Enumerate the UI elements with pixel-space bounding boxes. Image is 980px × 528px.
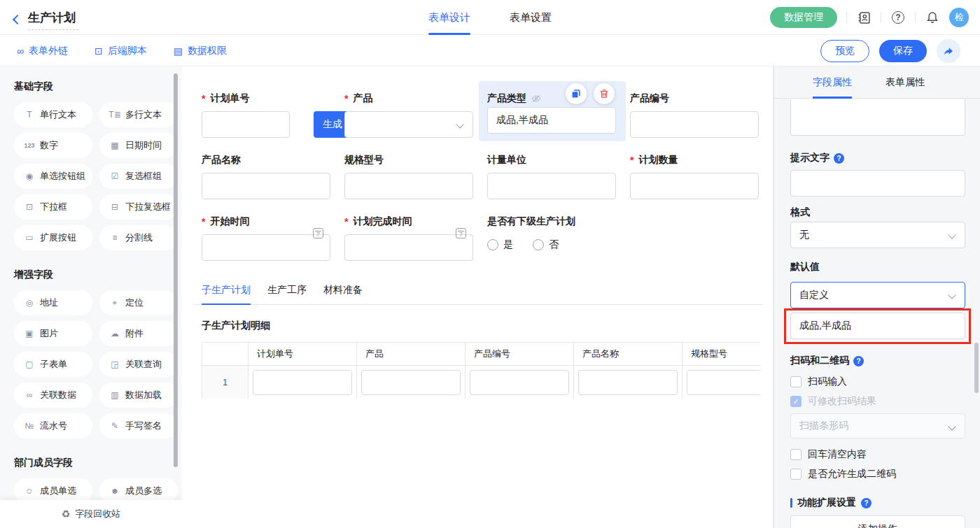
field-item-geolocation[interactable]: ⌖定位 [99,290,178,315]
cell-input-product-name[interactable] [578,370,678,395]
subtab-material-preparation[interactable]: 材料准备 [323,280,363,305]
user-avatar[interactable]: 检 [949,8,969,27]
field-product[interactable]: *产品 [344,92,473,138]
spec-model-input[interactable] [344,173,473,199]
field-plan-number[interactable]: *计划单号 生成 [202,92,330,138]
help-badge-icon[interactable] [834,153,844,164]
format-select[interactable]: 无 [790,222,965,248]
checkbox-scan-input[interactable]: 扫码输入 [790,376,847,388]
save-button[interactable]: 保存 [879,40,927,62]
checkbox-enter-clear[interactable]: 回车清空内容 [790,448,867,461]
field-item-dropdown[interactable]: ⊡下拉框 [14,194,92,220]
field-unit[interactable]: 计量单位 [487,153,616,199]
copy-field-button[interactable] [566,83,587,104]
field-item-datetime[interactable]: ▦日期时间 [99,133,178,158]
start-time-input[interactable] [202,234,330,261]
cell-input-spec-model[interactable] [687,370,760,395]
default-value-mode-select[interactable]: 自定义 [790,282,965,308]
help-badge-icon[interactable] [861,498,872,508]
unit-input[interactable] [487,173,616,199]
field-item-multi-line-text[interactable]: T≣多行文本 [99,102,178,127]
field-item-single-line-text[interactable]: T单行文本 [14,102,92,127]
checkbox-editable-scan-result[interactable]: 可修改扫码结果 [790,395,876,408]
field-product-code[interactable]: 产品编号 [630,92,759,138]
field-item-checkbox-group[interactable]: ☑复选框组 [99,164,178,189]
plan-quantity-input[interactable] [630,173,759,199]
bell-icon[interactable] [925,10,940,25]
subtab-sub-production-plan[interactable]: 子生产计划 [202,280,251,305]
external-link-button[interactable]: ∞ 表单外链 [17,45,68,57]
sidebar-scrollbar[interactable] [174,73,178,467]
contacts-icon[interactable] [856,10,872,25]
field-item-address[interactable]: ◎地址 [14,290,92,315]
tab-form-properties[interactable]: 表单属性 [886,66,925,99]
field-item-number[interactable]: 123数字 [14,133,92,158]
data-manage-button[interactable]: 数据管理 [770,7,837,28]
checkbox-icon[interactable] [790,449,802,460]
radio-icon[interactable] [533,239,544,250]
field-item-image[interactable]: ▣图片 [14,321,92,346]
field-plan-finish-time[interactable]: *计划完成时间 [344,215,473,261]
field-item-subform[interactable]: ▢子表单 [14,352,92,377]
cell-input-product-code[interactable] [470,370,569,395]
subtable-title: 子生产计划明细 [202,320,270,332]
multi-line-text-icon: T≣ [108,110,121,120]
chart-icon: ▥ [108,390,121,400]
field-item-radio-group[interactable]: ◉单选按钮组 [14,164,92,189]
tab-form-design[interactable]: 表单设计 [428,0,470,35]
field-item-serial-number[interactable]: №流水号 [14,413,92,438]
share-button[interactable] [937,39,960,63]
number-icon: 123 [23,142,36,149]
back-icon[interactable] [13,14,22,24]
field-item-data-load[interactable]: ▥数据加载 [99,383,178,408]
cell-input-plan-number[interactable] [253,370,352,395]
product-type-input[interactable]: 成品,半成品 [487,107,616,134]
tab-form-settings[interactable]: 表单设置 [510,0,552,35]
scan-type-select[interactable]: 扫描条形码 [790,413,965,438]
field-item-signature[interactable]: ✎手写签名 [99,413,178,438]
field-item-extend-button[interactable]: ▭扩展按钮 [14,225,92,250]
checkbox-icon[interactable] [790,469,802,480]
plan-number-input[interactable] [202,111,290,138]
panel-scrollbar[interactable] [974,343,979,393]
field-item-multi-dropdown[interactable]: ⊟下拉复选框 [99,194,178,220]
finish-time-input[interactable] [344,234,473,261]
checkbox-allow-qrcode[interactable]: 是否允许生成二维码 [790,468,896,480]
product-select[interactable] [344,111,473,138]
field-item-divider[interactable]: ≡分割线 [99,225,178,250]
checkbox-icon[interactable] [790,376,802,387]
preview-button[interactable]: 预览 [820,40,869,62]
add-action-button[interactable]: 添加操作 [790,515,965,528]
backend-script-button[interactable]: ⊡ 后端脚本 [94,45,147,57]
hint-text-input[interactable] [790,170,965,197]
checkbox-checked-icon[interactable] [790,396,802,407]
field-spec-model[interactable]: 规格型号 [344,153,473,199]
field-item-attachment[interactable]: ☁附件 [99,321,178,346]
default-value-input[interactable]: 成品,半成品 [790,313,965,339]
product-code-input[interactable] [630,111,759,138]
selected-field-product-type[interactable]: 产品类型 成品,半成品 [479,81,626,141]
help-icon[interactable] [890,10,906,25]
delete-field-button[interactable] [594,83,615,104]
required-mark: * [344,216,348,227]
field-item-linked-data[interactable]: ∞关联数据 [14,383,92,408]
field-item-linked-query[interactable]: ◲关联查询 [99,352,178,377]
field-has-sub-plan[interactable]: 是否有下级生产计划 是 否 [487,215,655,251]
cell-input-product[interactable] [361,370,461,395]
product-name-input[interactable] [202,173,330,199]
field-start-time[interactable]: *开始时间 [202,215,330,261]
subtab-production-process[interactable]: 生产工序 [267,280,307,305]
field-product-name[interactable]: 产品名称 [202,153,330,199]
radio-option-no[interactable]: 否 [533,238,559,251]
checkbox-label: 是否允许生成二维码 [808,468,896,480]
field-title-input[interactable] [790,99,965,136]
data-permission-button[interactable]: ▤ 数据权限 [174,45,227,57]
help-badge-icon[interactable] [853,356,864,366]
field-plan-quantity[interactable]: *计划数量 [630,153,759,199]
script-icon: ⊡ [94,45,103,57]
field-recycle-bin[interactable]: ♻ 字段回收站 [0,500,182,528]
field-label: 计划单号 [210,92,249,105]
radio-option-yes[interactable]: 是 [487,238,513,251]
tab-field-properties[interactable]: 字段属性 [813,66,852,99]
radio-icon[interactable] [487,239,498,250]
